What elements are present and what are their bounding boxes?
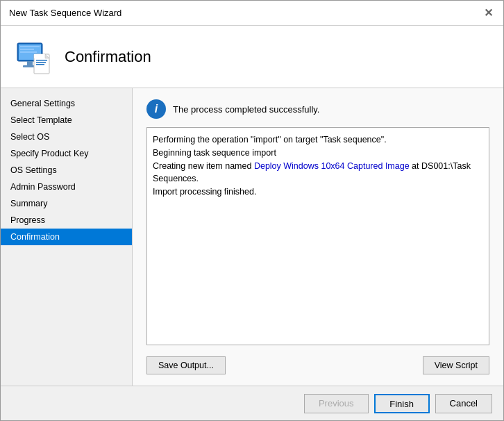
output-line: Creating new item named Deploy Windows 1…: [153, 160, 483, 186]
save-output-button[interactable]: Save Output...: [146, 356, 226, 374]
status-message: The process completed successfully.: [173, 104, 319, 115]
sidebar-item-select-template[interactable]: Select Template: [1, 112, 132, 129]
svg-rect-4: [20, 51, 37, 53]
sidebar-item-summary[interactable]: Summary: [1, 195, 132, 212]
svg-rect-3: [20, 49, 34, 50]
svg-rect-11: [36, 62, 46, 63]
svg-rect-10: [36, 60, 47, 61]
main-window: New Task Sequence Wizard ✕: [0, 0, 504, 421]
action-buttons-row: Save Output... View Script: [146, 356, 489, 374]
content-area: General Settings Select Template Select …: [1, 88, 503, 386]
sidebar-item-admin-password[interactable]: Admin Password: [1, 179, 132, 195]
svg-rect-8: [34, 54, 45, 58]
svg-rect-5: [27, 61, 33, 65]
cancel-button[interactable]: Cancel: [435, 394, 492, 413]
sidebar-item-general-settings[interactable]: General Settings: [1, 95, 132, 112]
window-title: New Task Sequence Wizard: [9, 8, 121, 18]
sidebar-item-progress[interactable]: Progress: [1, 212, 132, 229]
info-icon: i: [146, 99, 166, 119]
status-row: i The process completed successfully.: [146, 99, 489, 119]
computer-icon: [15, 38, 53, 76]
title-bar: New Task Sequence Wizard ✕: [1, 1, 503, 26]
sidebar-item-os-settings[interactable]: OS Settings: [1, 162, 132, 179]
wizard-icon: [15, 38, 53, 76]
close-button[interactable]: ✕: [481, 6, 495, 20]
sidebar: General Settings Select Template Select …: [1, 88, 133, 386]
main-panel: i The process completed successfully. Pe…: [133, 88, 503, 386]
view-script-button[interactable]: View Script: [423, 356, 489, 374]
page-title: Confirmation: [65, 48, 151, 66]
output-box: Performing the operation "import" on tar…: [146, 127, 489, 345]
finish-button[interactable]: Finish: [374, 394, 430, 413]
footer: Previous Finish Cancel: [1, 386, 503, 420]
previous-button[interactable]: Previous: [304, 394, 369, 413]
sidebar-item-confirmation[interactable]: Confirmation: [1, 229, 132, 245]
output-line: Performing the operation "import" on tar…: [153, 133, 483, 147]
output-line: Beginning task sequence import: [153, 147, 483, 160]
sidebar-item-specify-product-key[interactable]: Specify Product Key: [1, 145, 132, 162]
header-area: Confirmation: [1, 26, 503, 88]
output-line: Import processing finished.: [153, 185, 483, 199]
svg-rect-12: [36, 64, 44, 65]
sidebar-item-select-os[interactable]: Select OS: [1, 129, 132, 145]
svg-rect-2: [20, 46, 40, 47]
